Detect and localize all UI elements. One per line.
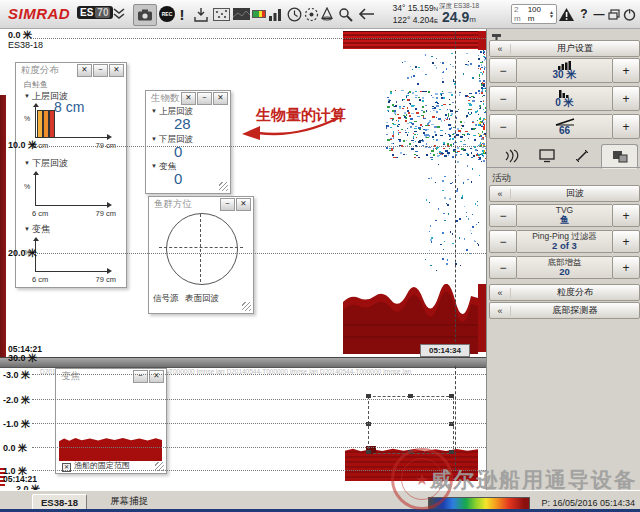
echogram-image-button[interactable]	[212, 4, 231, 24]
transducer-cone-button[interactable]	[319, 4, 335, 24]
header-label: 粒度分布	[511, 286, 639, 299]
time-cursor-line[interactable]	[455, 366, 456, 470]
window-close-button[interactable]: ✕	[236, 198, 251, 211]
import-data-button[interactable]	[192, 4, 210, 24]
record-button[interactable]: REC	[158, 4, 176, 24]
increase-button[interactable]: +	[612, 230, 640, 253]
decrease-button[interactable]: −	[489, 230, 517, 253]
section-toggle-lower-echo[interactable]: ▼下层回波	[151, 134, 193, 146]
decrease-button[interactable]: −	[489, 114, 517, 139]
selection-handle[interactable]	[449, 450, 454, 454]
fish-school-echo	[386, 90, 478, 158]
tab-panels-active[interactable]	[601, 144, 638, 169]
live-ping-colors	[478, 118, 486, 160]
window-title-bar[interactable]: 鱼群方位 − ✕	[149, 197, 253, 211]
increase-button[interactable]: +	[612, 114, 640, 139]
depth-readout-value: 24.9	[442, 9, 469, 25]
start-depth-stepper: − 0 米 +	[489, 86, 640, 111]
signal-source-row[interactable]: 信号源 表面回波	[153, 293, 219, 305]
screenshot-camera-button[interactable]	[133, 4, 157, 26]
spinner-down-icon[interactable]: ▼	[549, 14, 554, 18]
histogram-bars	[37, 110, 55, 137]
decrease-button[interactable]: −	[489, 58, 517, 83]
range-spinner[interactable]: 2 m 100 m ▲▼	[511, 4, 557, 24]
warning-button[interactable]	[558, 4, 575, 24]
size-distribution-header[interactable]: « 粒度分布	[489, 284, 640, 301]
user-settings-header[interactable]: « 用户设置	[489, 40, 640, 57]
depth-scale-label: -1.0 米	[3, 418, 30, 431]
restore-window-button[interactable]	[607, 4, 621, 24]
decrease-button[interactable]: −	[489, 204, 517, 227]
tab-display[interactable]	[529, 144, 564, 167]
increase-button[interactable]: +	[612, 256, 640, 279]
header-label: 用户设置	[511, 42, 639, 55]
selection-handle[interactable]	[366, 394, 371, 398]
channel-label: ES38-18	[8, 40, 43, 50]
window-minimize-button[interactable]: −	[220, 198, 235, 211]
selection-handle[interactable]	[366, 450, 371, 454]
gridline	[32, 423, 486, 424]
gridline	[32, 374, 486, 375]
gridline	[32, 399, 486, 400]
panel-splitter[interactable]	[0, 357, 486, 368]
increase-button[interactable]: +	[612, 204, 640, 227]
window-title-bar[interactable]: 粒度分布 ✕ − ✕	[16, 63, 126, 77]
tab-ping-waves[interactable]	[493, 144, 528, 167]
help-button[interactable]: ?	[578, 4, 590, 24]
species-label: 白鲑鱼	[24, 79, 48, 90]
time-cursor-line[interactable]	[455, 31, 456, 352]
window-close-button[interactable]: ✕	[109, 64, 124, 77]
depth-scale-label: 0.0 米	[3, 442, 27, 455]
histogram-button[interactable]	[267, 4, 284, 24]
bearing-horizontal-line	[159, 247, 243, 248]
window-title-bar[interactable]: 变焦 − ✕	[56, 369, 166, 383]
stepper-display: 66	[517, 114, 612, 139]
section-toggle-zoom[interactable]: ▼变焦	[151, 161, 176, 173]
taskbar-tab-screen-capture[interactable]: 屏幕捕捉	[102, 494, 156, 509]
selection-rectangle[interactable]	[368, 396, 454, 454]
window-minimize-button[interactable]: −	[93, 64, 108, 77]
dark-echogram-button[interactable]	[232, 4, 251, 24]
window-close-button[interactable]: ✕	[149, 370, 164, 383]
signal-source-label: 信号源	[153, 293, 179, 303]
window-resize-handle[interactable]	[219, 182, 228, 191]
control-sidebar: « 用户设置 − 30 米 + − 0 米 + − 66 +	[486, 28, 640, 490]
increase-button[interactable]: +	[612, 58, 640, 83]
magnifier-button[interactable]	[337, 4, 354, 24]
power-exit-button[interactable]	[622, 4, 637, 24]
tab-tools[interactable]	[565, 144, 600, 167]
increase-button[interactable]: +	[612, 86, 640, 111]
echo-header[interactable]: « 回波	[489, 185, 640, 202]
header-label: 底部探测器	[511, 304, 639, 317]
triangle-down-icon: ▼	[151, 136, 157, 142]
collapse-icon: «	[490, 189, 511, 199]
ping-filter-stepper: − Ping-Ping 过滤器 2 of 3 +	[489, 230, 640, 253]
window-close-button[interactable]: ✕	[213, 92, 228, 105]
window-minimize-button[interactable]: −	[197, 92, 212, 105]
collapse-icon: «	[490, 44, 511, 54]
decrease-button[interactable]: −	[489, 86, 517, 111]
target-marker-button[interactable]	[303, 4, 319, 24]
bottom-detector-header[interactable]: « 底部探测器	[489, 302, 640, 319]
selection-handle[interactable]	[408, 394, 413, 398]
longitude-value: 122° 4.204	[393, 15, 434, 25]
control-value: 鱼	[560, 215, 570, 225]
window-detach-button[interactable]: ✕	[77, 64, 92, 77]
window-resize-handle[interactable]	[242, 302, 251, 311]
window-title-bar[interactable]: 生物数量 ✕ − ✕	[146, 91, 230, 105]
triangle-down-icon: ▼	[151, 163, 157, 169]
decrease-button[interactable]: −	[489, 256, 517, 279]
chevron-double-down-icon[interactable]	[110, 4, 128, 24]
depth-scale-label: -3.0 米	[3, 369, 30, 382]
latitude-value: 34° 15.159	[392, 3, 433, 13]
selection-handle[interactable]	[449, 394, 454, 398]
stepper-value: 0 米	[555, 98, 573, 108]
minimize-window-button[interactable]: —	[593, 4, 605, 24]
header-label: 回波	[511, 187, 639, 200]
clock-button[interactable]	[286, 4, 303, 24]
alarm-button[interactable]: !	[177, 4, 187, 24]
window-minimize-button[interactable]: −	[133, 370, 148, 383]
window-detach-button[interactable]: ✕	[181, 92, 196, 105]
x-axis-min-label: 6 cm	[32, 275, 48, 284]
color-scale-button[interactable]	[250, 4, 267, 24]
